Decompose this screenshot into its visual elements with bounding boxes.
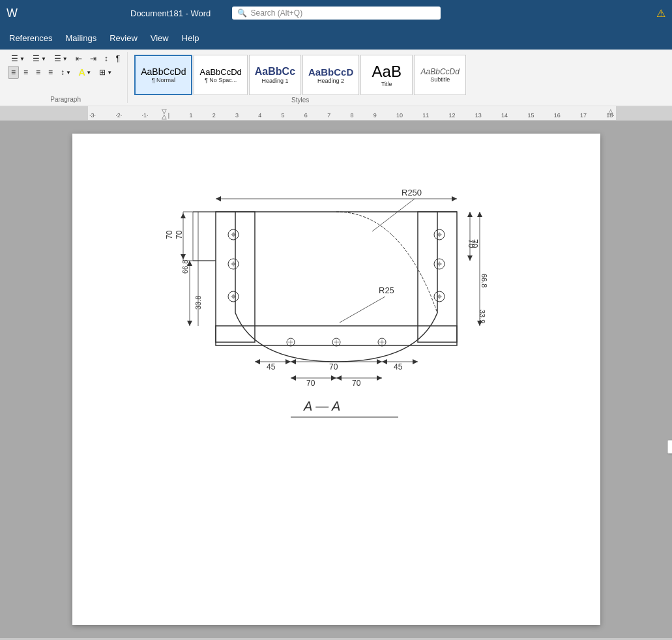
ribbon-row-1: ☰ ▼ ☰ ▼ ☰ ▼ ⇤ ⇥ ↕ ¶ [8,52,123,65]
svg-marker-64 [377,359,382,364]
svg-text:45: 45 [394,362,403,371]
svg-text:70: 70 [467,239,476,248]
svg-text:70: 70 [329,362,338,371]
svg-marker-45 [181,254,186,259]
dropdown-arrow: ▼ [20,56,25,62]
bullet-list-btn[interactable]: ☰ ▼ [8,52,28,65]
style-h1-tag: Heading 1 [261,78,288,84]
style-subtitle[interactable]: AaBbCcDd Subtitle [414,55,466,95]
menu-review[interactable]: Review [103,29,144,47]
svg-marker-59 [255,359,260,364]
line-spacing-btn[interactable]: ↕ ▼ [57,66,74,79]
increase-indent-btn[interactable]: ⇥ [87,52,100,65]
dropdown-arrow2: ▼ [41,56,46,62]
shading-btn[interactable]: A ▼ [76,65,95,80]
svg-marker-44 [181,213,186,218]
style-subtitle-preview: AaBbCcDd [421,67,460,76]
style-h1-preview: AaBbCc [255,66,295,78]
numbered-list-btn[interactable]: ☰ ▼ [29,52,50,65]
borders-icon: ⊞ [99,68,106,77]
align-center-btn[interactable]: ≡ [20,66,31,79]
title-bar: W Document181 - Word 🔍 Search (Alt+Q) ⚠ [0,0,672,26]
style-title-tag: Title [381,81,392,87]
svg-text:33.8: 33.8 [194,296,202,310]
app-icon: W [7,7,18,20]
svg-text:66.8: 66.8 [181,260,189,274]
menu-view[interactable]: View [144,29,175,47]
svg-text:70: 70 [352,379,361,388]
style-nospace-preview: AaBbCcDd [199,67,241,77]
style-normal[interactable]: AaBbCcDd ¶ Normal [134,55,192,95]
svg-marker-60 [285,359,291,364]
style-nospace-tag: ¶ No Spac... [205,77,237,83]
style-h2-preview: AaBbCcD [308,66,353,78]
multilevel-list-btn[interactable]: ☰ ▼ [51,52,71,65]
technical-drawing: R250 R25 70 70 66.8 [115,160,558,433]
search-placeholder: Search (Alt+Q) [251,8,303,18]
svg-text:70: 70 [165,230,174,239]
numbered-list-icon: ☰ [33,54,40,63]
svg-marker-68 [413,359,418,364]
svg-marker-72 [331,375,336,381]
drawing-container: R250 R25 70 70 66.8 [105,160,568,454]
ribbon-styles-group: AaBbCcDd ¶ Normal AaBbCcDd ¶ No Spac... … [130,52,470,103]
svg-marker-67 [382,359,387,364]
svg-marker-84 [467,212,473,217]
svg-text:70: 70 [306,379,315,388]
title-bar-right: ⚠ [656,7,665,20]
dropdown-arrow3: ▼ [63,56,68,62]
svg-text:45: 45 [267,362,276,371]
decrease-indent-btn[interactable]: ⇤ [72,52,85,65]
svg-marker-81 [216,196,221,201]
svg-marker-87 [477,212,482,217]
svg-text:R25: R25 [379,285,394,295]
style-heading1[interactable]: AaBbCc Heading 1 [249,55,301,95]
svg-marker-91 [187,321,192,326]
style-title-preview: AaB [372,63,402,81]
document-area: R250 R25 70 70 66.8 [0,121,672,638]
svg-marker-63 [291,359,296,364]
search-icon: 🔍 [237,8,247,18]
shading-icon: A [79,67,85,78]
bullet-list-icon: ☰ [11,54,18,63]
styles-label: Styles [134,95,466,104]
style-normal-preview: AaBbCcDd [141,66,186,77]
style-no-spacing[interactable]: AaBbCcDd ¶ No Spac... [194,55,247,95]
menu-references[interactable]: References [3,29,59,47]
menu-mailings[interactable]: Mailings [59,29,103,47]
style-normal-tag: ¶ Normal [152,77,175,83]
paragraph-label: Paragraph [8,95,123,103]
justify-icon: ≡ [48,68,53,77]
align-left-btn[interactable]: ≡ [8,66,19,79]
align-right-btn[interactable]: ≡ [33,66,44,79]
svg-marker-82 [452,196,457,201]
style-title[interactable]: AaB Title [360,55,413,95]
sort-icon: ↕ [104,54,108,63]
borders-btn[interactable]: ⊞ ▼ [96,66,115,79]
justify-btn[interactable]: ≡ [45,66,56,79]
paste-options-button[interactable]: 📋 (Ctrl) ▼ [667,440,672,454]
ribbon-paragraph-group: ☰ ▼ ☰ ▼ ☰ ▼ ⇤ ⇥ ↕ ¶ [4,52,128,103]
align-center-icon: ≡ [23,68,28,77]
ruler: ·3··2··1·|123456789101112131415161718· ▽… [0,106,672,121]
search-box[interactable]: 🔍 Search (Alt+Q) [232,7,441,20]
pilcrow-icon: ¶ [116,54,120,63]
svg-text:R250: R250 [402,188,422,197]
svg-marker-75 [336,375,342,381]
style-heading2[interactable]: AaBbCcD Heading 2 [302,55,359,95]
line-spacing-icon: ↕ [61,68,65,77]
warning-icon: ⚠ [656,7,665,20]
page: R250 R25 70 70 66.8 [72,134,600,625]
align-right-icon: ≡ [36,68,40,77]
ribbon-row-2: ≡ ≡ ≡ ≡ ↕ ▼ A ▼ ⊞ ▼ [8,65,115,80]
svg-marker-71 [291,375,296,381]
decrease-indent-icon: ⇤ [76,54,82,63]
increase-indent-icon: ⇥ [90,54,96,63]
sort-btn[interactable]: ↕ [101,52,111,65]
show-formatting-btn[interactable]: ¶ [113,52,123,65]
menu-bar: References Mailings Review View Help [0,26,672,50]
style-subtitle-tag: Subtitle [430,76,450,83]
svg-line-39 [340,297,385,323]
menu-help[interactable]: Help [175,29,206,47]
svg-text:70: 70 [175,230,184,239]
